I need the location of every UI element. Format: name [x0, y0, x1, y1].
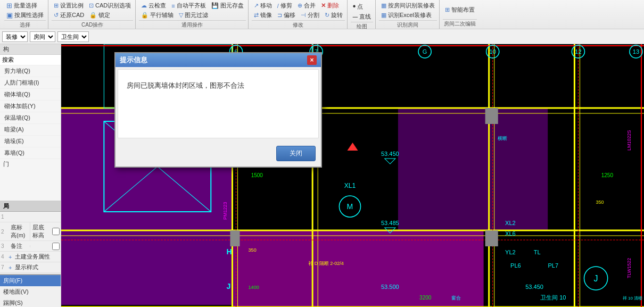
offset-button[interactable]: ⊐ 偏移 — [275, 11, 298, 20]
restore-cad-button[interactable]: ↺ 还原CAD — [52, 11, 86, 20]
main-toolbar: ⊞ 批量选择 ▣ 按属性选择 选择 ⊞ 设置比例 ⊡ — [0, 0, 644, 29]
modal-titlebar: 提示信息 × — [115, 53, 321, 67]
toolbar-group-identify: ▦ 按房间识别装修表 ▦ 识别Excel装修表 识别房间 — [377, 0, 440, 29]
masonry-rebar-item[interactable]: 砌体加筋(Y) — [0, 101, 61, 112]
modal-confirm-button[interactable]: 关闭 — [276, 146, 316, 161]
modal-footer: 关闭 — [115, 140, 321, 167]
prop-header: 局 — [0, 201, 61, 212]
mirror-button[interactable]: ⇄ 镜像 — [252, 11, 274, 20]
shear-wall-item[interactable]: 剪力墙(Q) — [0, 65, 61, 77]
set-scale-button[interactable]: ⊞ 设置比例 — [52, 1, 86, 10]
point-button[interactable]: • 点 — [351, 1, 366, 12]
modify-group-label: 修改 — [252, 20, 345, 29]
toolbar-group-cad: ⊞ 设置比例 ⊡ CAD识别选项 ↺ 还原CAD 🔒 锁定 CAD操作 — [49, 0, 136, 29]
prop-check-2[interactable] — [52, 228, 60, 235]
toolbar-group-general: ☁ 云检查 ≡ 自动平齐板 💾 图元存盘 🔒 平行辅轴 ▽ — [137, 0, 248, 29]
modal-dialog: 提示信息 × 房间已脱离墙体封闭区域，图形不合法 关闭 — [114, 52, 322, 168]
toolbar-group-draw: • 点 ─ 直线 绘图 — [349, 0, 376, 29]
element-filter-button[interactable]: ▽ 图元过滤 — [177, 11, 210, 20]
element-deposit-button[interactable]: 💾 图元存盘 — [209, 1, 246, 10]
prop-row-3: 3 备注 — [0, 241, 61, 252]
cad-canvas[interactable]: 6 7 G 10 12 13 53.450 53.485 53.500 53.4… — [61, 44, 644, 307]
bottom-nav: 房间(F) 楼地面(V) 踢脚(S) 墙面(L) — [0, 274, 61, 307]
prop-select-button[interactable]: ▣ 按属性选择 — [4, 11, 46, 20]
trim-button[interactable]: / 修剪 — [275, 1, 294, 10]
move-button[interactable]: ↗ 移动 — [252, 1, 274, 10]
main-area: 构 搜索 剪力墙(Q) 人防门框墙(I) 砌体墙(Q) 砌体加筋(Y) 保温墙(… — [0, 44, 644, 307]
floor-v-item[interactable]: 楼地面(V) — [0, 286, 61, 297]
identify-group-label: 识别房间 — [379, 20, 437, 29]
expand-icon-7[interactable]: + — [9, 264, 12, 271]
modal-close-button[interactable]: × — [307, 55, 317, 65]
by-room-identify-button[interactable]: ▦ 按房间识别装修表 — [379, 1, 437, 10]
masonry-wall-item[interactable]: 砌体墙(Q) — [0, 89, 61, 101]
rotate-button[interactable]: ↻ 旋转 — [323, 11, 345, 20]
panel-header: 构 — [0, 44, 61, 55]
expand-icon-4[interactable]: + — [9, 254, 12, 260]
modal-body: 房间已脱离墙体封闭区域，图形不合法 — [118, 69, 319, 138]
civil-door-item[interactable]: 人防门框墙(I) — [0, 77, 61, 89]
curtain-wall-item[interactable]: 幕墙(Q) — [0, 147, 61, 159]
toolbar-group-select: ⊞ 批量选择 ▣ 按属性选择 选择 — [2, 0, 48, 29]
insulation-item[interactable]: 保温墙(Q) — [0, 112, 61, 124]
cad-group-label: CAD操作 — [52, 20, 133, 29]
line-button[interactable]: ─ 直线 — [351, 12, 373, 21]
wall-column-item[interactable]: 墙垛(E) — [0, 136, 61, 147]
cad-identify-button[interactable]: ⊡ CAD识别选项 — [87, 1, 133, 10]
split-button[interactable]: ⊣ 分割 — [299, 11, 321, 20]
prop-row-2: 2 底标高(m) 层底标高 — [0, 222, 61, 241]
second-toolbar: 装修 房间 卫生间 客厅 卧室 厨房 — [0, 29, 644, 44]
room-edit-group-label: 房间二次编辑 — [443, 19, 477, 28]
draw-group-label: 绘图 — [351, 22, 373, 30]
room-type-select[interactable]: 房间 — [30, 31, 55, 42]
prop-row-1: 1 — [0, 212, 61, 222]
search-area: 搜索 — [0, 55, 61, 65]
leg-s-item[interactable]: 踢脚(S) — [0, 297, 61, 307]
decoration-select[interactable]: 装修 — [2, 31, 28, 42]
prop-row-4: 4 + 土建业务属性 — [0, 252, 61, 262]
hidden-beam-item[interactable]: 暗梁(A) — [0, 124, 61, 136]
properties-panel: 局 1 2 底标高(m) 层底标高 3 备注 4 + 土建业务属性 — [0, 201, 61, 307]
modal-title: 提示信息 — [120, 55, 147, 65]
identify-excel-button[interactable]: ▦ 识别Excel装修表 — [379, 11, 434, 20]
select-group-label: 选择 — [4, 20, 46, 29]
lock-button[interactable]: 🔒 锁定 — [87, 11, 112, 20]
prop-row-7: 7 + 显示样式 — [0, 262, 61, 273]
side-label-men: 门 — [0, 159, 61, 169]
left-menu: 构 搜索 剪力墙(Q) 人防门框墙(I) 砌体墙(Q) 砌体加筋(Y) 保温墙(… — [0, 44, 61, 201]
cloud-check-button[interactable]: ☁ 云检查 — [139, 1, 168, 10]
room-f-item[interactable]: 房间(F) — [0, 275, 61, 286]
general-group-label: 通用操作 — [139, 20, 245, 29]
delete-button[interactable]: ✕ 删除 — [319, 1, 341, 10]
parallel-axis-button[interactable]: 🔒 平行辅轴 — [139, 11, 176, 20]
batch-select-button[interactable]: ⊞ 批量选择 — [4, 1, 39, 10]
left-panel: 构 搜索 剪力墙(Q) 人防门框墙(I) 砌体墙(Q) 砌体加筋(Y) 保温墙(… — [0, 44, 61, 307]
toolbar-group-modify: ↗ 移动 / 修剪 ⊕ 合并 ✕ 删除 ⇄ 镜像 — [250, 0, 348, 29]
modal-message: 房间已脱离墙体封闭区域，图形不合法 — [127, 81, 244, 89]
smart-layout-button[interactable]: ⊞ 智能布置 — [443, 5, 477, 14]
modal-overlay: 提示信息 × 房间已脱离墙体封闭区域，图形不合法 关闭 — [61, 44, 644, 307]
room-name-select[interactable]: 卫生间 客厅 卧室 厨房 — [57, 31, 89, 42]
prop-check-3[interactable] — [52, 243, 60, 250]
toolbar-group-room-edit: ⊞ 智能布置 房间二次编辑 — [441, 0, 479, 29]
auto-level-button[interactable]: ≡ 自动平齐板 — [169, 1, 208, 10]
merge-button[interactable]: ⊕ 合并 — [295, 1, 318, 10]
